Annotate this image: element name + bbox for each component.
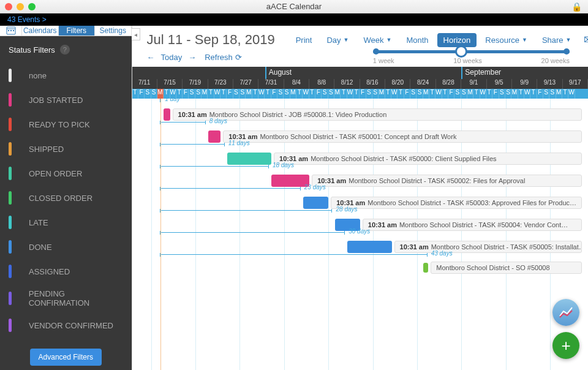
status-filter-item[interactable]: none <box>0 63 132 88</box>
weekday-cell: T <box>398 89 404 99</box>
view-resource[interactable]: Resource▼ <box>479 33 533 47</box>
close-window-icon[interactable] <box>5 3 12 10</box>
view-horizon[interactable]: Horizon <box>437 33 477 47</box>
events-count-link[interactable]: 43 Events > <box>7 15 47 24</box>
weekday-cell: S <box>366 89 372 99</box>
prev-arrow-icon[interactable]: ← <box>147 53 155 62</box>
print-button[interactable]: Print <box>290 33 318 47</box>
status-filter-label: SHIPPED <box>29 145 64 154</box>
event-label[interactable]: Montboro School District - SO #50008 <box>431 262 582 274</box>
slider-thumb[interactable] <box>455 45 467 58</box>
tab-filters[interactable]: Filters <box>59 26 96 36</box>
status-filter-item[interactable]: CLOSED ORDER <box>0 186 132 210</box>
event-label[interactable]: 10:31 amMontboro School District - TASK … <box>394 241 582 253</box>
status-filter-item[interactable]: JOB STARTED <box>0 88 132 112</box>
event-bar[interactable] <box>208 130 221 143</box>
status-filter-label: READY TO PICK <box>29 120 90 129</box>
date-tick: 7/31 <box>258 79 284 89</box>
view-resource-label: Resource <box>485 36 519 45</box>
next-arrow-icon[interactable]: → <box>188 53 196 62</box>
weekday-cell: T <box>341 89 347 99</box>
horizon-slider[interactable]: 1 week 10 weeks 20 weeks <box>251 50 576 64</box>
view-day-label: Day <box>326 36 341 45</box>
event-label[interactable]: 10:31 amMontboro School District - TASK … <box>331 197 582 209</box>
duration-label: 28 days <box>336 206 357 213</box>
weekday-cell: S <box>372 89 379 99</box>
weekday-cell: F <box>492 89 499 99</box>
event-bar[interactable] <box>164 108 170 121</box>
sidebar-tabs: Calendars Filters Settings <box>0 26 132 36</box>
status-filter-item[interactable]: VENDOR CONFIRMED <box>0 313 132 338</box>
status-filter-item[interactable]: PENDING CONFIRMATION <box>0 284 132 313</box>
weekday-cell: F <box>404 89 410 99</box>
view-month[interactable]: Month <box>400 33 434 47</box>
view-day[interactable]: Day▼ <box>320 33 355 47</box>
mail-icon[interactable]: ✉ <box>584 33 588 47</box>
weekday-cell: T <box>208 89 214 99</box>
main-panel: ◂ Jul 11 - Sep 18, 2019 Print Day▼ Week▼… <box>132 26 588 370</box>
duration-bracket: 18 days <box>160 166 269 175</box>
status-filter-item[interactable]: ASSIGNED <box>0 259 132 284</box>
status-filter-item[interactable]: OPEN ORDER <box>0 161 132 186</box>
weekday-cell: M <box>423 89 429 99</box>
minimize-window-icon[interactable] <box>17 3 24 10</box>
weekday-row: TFSSMTWTFSSMTWTFSSMTWTFSSMTWTFSSMTWTFSSM… <box>132 89 588 99</box>
event-label[interactable]: 10:31 amMontboro School District - TASK … <box>363 219 582 231</box>
duration-label: 18 days <box>273 162 294 168</box>
zoom-window-icon[interactable] <box>28 3 36 10</box>
event-dot[interactable] <box>423 263 428 273</box>
duration-label: 11 days <box>228 140 250 146</box>
duration-bracket: 11 days <box>160 144 225 153</box>
today-button[interactable]: Today <box>161 53 183 62</box>
status-color-pill <box>9 319 12 332</box>
advanced-filters-button[interactable]: Advanced Filters <box>30 349 102 366</box>
weekday-cell: S <box>410 89 417 99</box>
event-time: 10:31 am <box>178 111 207 118</box>
event-text: Montboro School District - TASK #50001: … <box>260 133 456 140</box>
weekday-cell: M <box>467 89 473 99</box>
weekday-cell: S <box>417 89 423 99</box>
weekday-cell: M <box>379 89 385 99</box>
status-filter-item[interactable]: READY TO PICK <box>0 112 132 137</box>
date-tick-row: 7/117/157/197/237/277/318/48/88/128/168/… <box>132 79 588 89</box>
weekday-cell: M <box>202 89 208 99</box>
date-range-label: Jul 11 - Sep 18, 2019 <box>147 32 275 48</box>
view-week[interactable]: Week▼ <box>357 33 398 47</box>
event-bar[interactable] <box>347 241 391 253</box>
gantt-area[interactable]: 1 day10:31 amMontboro School District - … <box>132 99 588 370</box>
event-label[interactable]: 10:31 amMontboro School District - TASK … <box>223 130 582 143</box>
duration-label: 30 days <box>349 228 370 235</box>
event-label[interactable]: 10:31 amMontboro School District - TASK … <box>274 153 582 165</box>
weekday-cell: M <box>334 89 341 99</box>
status-filter-label: PENDING CONFIRMATION <box>29 289 123 308</box>
status-filter-item[interactable]: DONE <box>0 235 132 259</box>
add-fab[interactable]: + <box>552 332 579 359</box>
status-filter-item[interactable]: LATE <box>0 210 132 235</box>
event-label[interactable]: 10:31 amMontboro School District - TASK … <box>312 175 582 187</box>
refresh-button[interactable]: Refresh ⟳ <box>205 53 242 62</box>
event-bar[interactable] <box>303 197 328 209</box>
tab-settings[interactable]: Settings <box>95 26 132 36</box>
weekday-cell: W <box>435 89 442 99</box>
calendar-icon[interactable] <box>0 26 22 36</box>
date-tick: 8/24 <box>410 79 435 89</box>
event-label[interactable]: 10:31 amMontboro School District - JOB #… <box>173 108 582 121</box>
event-text: Montboro School District - TASK #50005: … <box>431 243 582 251</box>
weekday-cell: T <box>562 89 568 99</box>
sidebar: Calendars Filters Settings Status Filter… <box>0 26 132 370</box>
weekday-cell: M <box>290 89 296 99</box>
status-color-pill <box>9 167 12 180</box>
tab-calendars[interactable]: Calendars <box>22 26 59 36</box>
date-tick: 8/8 <box>309 79 334 89</box>
weekday-cell: T <box>486 89 492 99</box>
status-color-pill <box>9 118 12 131</box>
chart-fab[interactable] <box>552 299 579 326</box>
status-filter-item[interactable]: SHIPPED <box>0 137 132 161</box>
event-text: Montboro School District - TASK #50003: … <box>368 199 576 206</box>
date-tick: 7/23 <box>208 79 233 89</box>
share-button[interactable]: Share▼ <box>536 33 578 47</box>
help-icon[interactable]: ? <box>60 45 70 55</box>
weekday-cell: W <box>524 89 530 99</box>
collapse-sidebar-icon[interactable]: ◂ <box>132 28 140 40</box>
event-bar[interactable] <box>227 153 271 165</box>
